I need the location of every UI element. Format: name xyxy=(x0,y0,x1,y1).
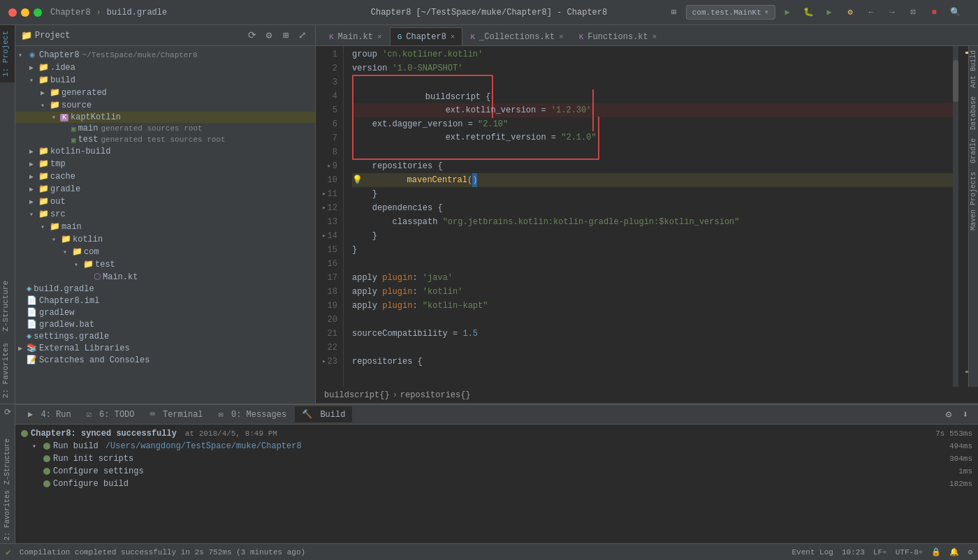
tree-item-idea[interactable]: ▶ 📁 .idea xyxy=(15,61,315,74)
tab-functions-kt[interactable]: K Functions.kt × xyxy=(571,27,665,45)
lightbulb-icon[interactable]: 💡 xyxy=(352,173,363,187)
tab-chapter8[interactable]: G Chapter8 × xyxy=(390,27,463,45)
tree-item-generated[interactable]: ▶ 📁 generated xyxy=(15,87,315,99)
tab-build[interactable]: 🔨 Build xyxy=(295,406,352,422)
sync-icon[interactable]: ⟳ xyxy=(245,29,259,43)
scrollbar-thumb[interactable] xyxy=(953,60,958,102)
stop-button[interactable]: ■ xyxy=(925,3,943,22)
source-root-icon: ▣ xyxy=(71,124,76,133)
line-number: 19 xyxy=(328,299,337,313)
tab-messages[interactable]: ✉ 0: Messages xyxy=(212,406,294,422)
tree-item-com-src[interactable]: ▾ 📁 com xyxy=(15,246,315,258)
fold-icon[interactable]: ▸ xyxy=(322,187,326,201)
grid-button[interactable]: ⊡ xyxy=(904,3,922,22)
sidebar-item-project[interactable]: 1: Project xyxy=(0,25,15,82)
code-text: group xyxy=(352,47,382,61)
tree-item-test-src[interactable]: ▾ 📁 test xyxy=(15,258,315,271)
bottom-strip-label[interactable]: Z-Structure xyxy=(3,436,12,487)
run-config-selector[interactable]: com.test.MainKt ▾ xyxy=(686,5,775,20)
tree-label: gradlew.bat xyxy=(39,320,94,330)
scrollbar[interactable] xyxy=(953,46,958,387)
coverage-button[interactable]: ▶ xyxy=(820,3,838,22)
tree-item-kotlin-src[interactable]: ▾ 📁 kotlin xyxy=(15,233,315,246)
tree-item-cache[interactable]: ▶ 📁 cache xyxy=(15,170,315,183)
sync-btn[interactable]: ⟳ xyxy=(0,404,15,420)
tree-item-external-libs[interactable]: ▶ 📚 External Libraries xyxy=(15,342,315,354)
build-label: Run build xyxy=(53,441,98,451)
right-tab-ant-build[interactable]: Ant Build xyxy=(969,46,978,92)
minimize-button[interactable] xyxy=(21,8,29,17)
tab-todo[interactable]: ☑ 6: TODO xyxy=(80,406,142,422)
tree-item-gradlew-bat[interactable]: ▶ 📄 gradlew.bat xyxy=(15,318,315,330)
status-build-icon[interactable]: ✔ xyxy=(6,547,11,558)
event-log-btn[interactable]: Event Log xyxy=(792,548,833,557)
settings-icon[interactable]: ⚙ xyxy=(942,408,956,422)
bottom-strip-label2[interactable]: 2: Favorites xyxy=(3,487,12,543)
fold-icon[interactable]: ▸ xyxy=(322,201,326,215)
run-button[interactable]: ▶ xyxy=(778,3,796,22)
fold-icon[interactable]: ▸ xyxy=(327,159,330,173)
tree-item-build-gradle[interactable]: ▶ ◈ build.gradle xyxy=(15,283,315,295)
expand-arrow[interactable]: ▾ xyxy=(32,442,41,450)
tree-item-source[interactable]: ▾ 📁 source xyxy=(15,99,315,112)
folder-icon: 📁 xyxy=(82,259,94,270)
tree-item-src[interactable]: ▾ 📁 src xyxy=(15,208,315,221)
tab-main-kt[interactable]: K Main.kt × xyxy=(321,27,390,45)
breadcrumb-bar: buildscript{} › repositories{} xyxy=(316,387,978,404)
tree-item-settings-gradle[interactable]: ▶ ◈ settings.gradle xyxy=(15,330,315,342)
tree-item-main-gen[interactable]: ▶ ▣ main generated sources root xyxy=(15,123,315,134)
tree-item-out[interactable]: ▶ 📁 out xyxy=(15,196,315,208)
layout-btn[interactable]: ⊞ xyxy=(665,3,683,22)
download-icon[interactable]: ⬇ xyxy=(958,408,972,422)
tree-item-build[interactable]: ▾ 📁 build xyxy=(15,74,315,87)
settings-gear-icon[interactable]: ⚙ xyxy=(262,29,276,43)
tree-item-test-gen[interactable]: ▶ ▣ test generated test sources root xyxy=(15,134,315,145)
status-lf[interactable]: LF÷ xyxy=(873,548,887,557)
tab-close-btn[interactable]: × xyxy=(377,33,382,41)
fold-icon[interactable]: ▸ xyxy=(322,229,326,243)
tab-run[interactable]: ▶ 4: Run xyxy=(21,406,78,422)
back-button[interactable]: ← xyxy=(862,3,880,22)
tree-item-scratches[interactable]: ▶ 📝 Scratches and Consoles xyxy=(15,354,315,366)
status-settings-icon[interactable]: ⚙ xyxy=(968,547,972,557)
tree-item-gradlew[interactable]: ▶ 📄 gradlew xyxy=(15,307,315,318)
expand-icon[interactable]: ⤢ xyxy=(295,29,309,43)
tab-close-btn[interactable]: × xyxy=(451,33,455,41)
right-tab-gradle[interactable]: Gradle xyxy=(969,134,978,168)
bottom-tabs-bar: ▶ 4: Run ☑ 6: TODO ⌨ Terminal ✉ 0: Messa… xyxy=(15,405,978,425)
folder-icon: 📁 xyxy=(60,234,71,245)
tree-item-chapter8-root[interactable]: ▾ ◉ Chapter8 ~/TestSpace/muke/Chapter8 xyxy=(15,49,315,61)
right-tab-maven[interactable]: Maven Projects xyxy=(969,168,978,235)
maximize-button[interactable] xyxy=(34,8,42,17)
build-button[interactable]: ⚙ xyxy=(841,3,859,22)
tree-item-tmp[interactable]: ▶ 📁 tmp xyxy=(15,158,315,170)
layout-icon[interactable]: ⊞ xyxy=(279,29,293,43)
sidebar-item-structure[interactable]: Z-Structure xyxy=(0,275,15,337)
fold-icon[interactable]: ▸ xyxy=(322,355,326,369)
close-button[interactable] xyxy=(8,8,17,17)
tree-item-main-kt[interactable]: ▶ ⬡ Main.kt xyxy=(15,271,315,283)
expand-arrow: ▾ xyxy=(63,248,71,256)
code-editor[interactable]: group 'cn.kotliner.kotlin' version '1.0-… xyxy=(344,46,953,387)
tab-close-btn[interactable]: × xyxy=(652,33,657,41)
status-encoding[interactable]: UTF-8÷ xyxy=(896,548,924,557)
sidebar-item-favorites[interactable]: 2: Favorites xyxy=(0,337,15,404)
forward-button[interactable]: → xyxy=(883,3,901,22)
tree-label: Chapter8.iml xyxy=(39,296,99,306)
tab-collections-kt[interactable]: K _Collections.kt × xyxy=(462,27,571,45)
line-number: 17 xyxy=(328,271,337,285)
code-line-2: version '1.0-SNAPSHOT' xyxy=(352,61,953,75)
tab-terminal[interactable]: ⌨ Terminal xyxy=(143,406,210,422)
right-tab-database[interactable]: Database xyxy=(969,92,978,134)
tree-item-gradle[interactable]: ▶ 📁 gradle xyxy=(15,183,315,196)
search-button[interactable]: 🔍 xyxy=(946,3,964,22)
breadcrumb-item[interactable]: repositories{} xyxy=(400,390,471,400)
tree-item-kaptKotlin[interactable]: ▾ K kaptKotlin xyxy=(15,112,315,123)
breadcrumb-item[interactable]: buildscript{} xyxy=(324,390,390,400)
tree-item-kotlin-build[interactable]: ▶ 📁 kotlin-build xyxy=(15,145,315,158)
debug-button[interactable]: 🐛 xyxy=(799,3,817,22)
tree-item-main-src[interactable]: ▾ 📁 main xyxy=(15,221,315,233)
status-notification-icon[interactable]: 🔔 xyxy=(949,547,959,557)
tree-item-chapter8-iml[interactable]: ▶ 📄 Chapter8.iml xyxy=(15,295,315,307)
tab-close-btn[interactable]: × xyxy=(559,33,564,41)
